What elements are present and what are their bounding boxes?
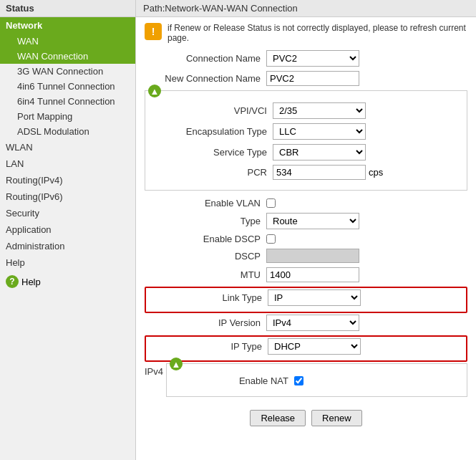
path-bar: Path:Network-WAN-WAN Connection <box>136 0 476 17</box>
ipv4-section: ▲ Enable NAT <box>166 363 467 403</box>
enable-vlan-row: Enable VLAN <box>145 198 467 209</box>
sidebar-wan[interactable]: WAN <box>0 34 135 49</box>
buttons-row: Release Renew <box>145 410 467 433</box>
sidebar-security[interactable]: Security <box>0 205 135 221</box>
dscp-field <box>266 249 359 263</box>
sidebar: Status Network WAN WAN Connection 3G WAN… <box>0 0 136 460</box>
ipv4-label: IPv4 <box>145 366 163 377</box>
encapsulation-select[interactable]: LLC <box>273 123 366 140</box>
vpi-vci-select[interactable]: 2/35 <box>273 102 366 119</box>
main-content: Path:Network-WAN-WAN Connection ! if Ren… <box>136 0 476 460</box>
pcr-unit: cps <box>369 167 383 178</box>
help-circle-icon: ? <box>6 275 19 288</box>
enable-vlan-label: Enable VLAN <box>145 198 266 209</box>
vpi-section: ▲ VPI/VCI 2/35 Encapsulation Type LLC <box>145 90 467 191</box>
connection-name-label: Connection Name <box>145 53 266 64</box>
collapse-btn-1[interactable]: ▲ <box>148 85 161 97</box>
sidebar-6in4[interactable]: 6in4 Tunnel Connection <box>0 94 135 109</box>
mtu-row: MTU <box>145 267 467 282</box>
dscp-label: DSCP <box>145 251 266 262</box>
ip-version-row: IP Version IPv4 <box>145 315 467 331</box>
sidebar-network[interactable]: Network <box>0 17 135 34</box>
warning-message: if Renew or Release Status is not correc… <box>167 23 467 43</box>
sidebar-application[interactable]: Application <box>0 221 135 238</box>
encapsulation-label: Encapsulation Type <box>151 126 273 137</box>
ip-type-label: IP Type <box>146 341 268 352</box>
warning-box: ! if Renew or Release Status is not corr… <box>145 23 467 43</box>
ipv4-collapsible: ▲ Enable NAT <box>166 363 467 397</box>
ip-type-highlight: IP Type DHCP <box>145 335 467 362</box>
link-type-select[interactable]: IP <box>268 289 361 306</box>
connection-name-select[interactable]: PVC2 <box>266 50 359 67</box>
sidebar-3g-wan[interactable]: 3G WAN Connection <box>0 64 135 79</box>
vpi-vci-label: VPI/VCI <box>151 105 273 116</box>
sidebar-administration[interactable]: Administration <box>0 238 135 254</box>
collapse-btn-ipv4[interactable]: ▲ <box>170 358 183 370</box>
type-select[interactable]: Route <box>266 213 359 229</box>
encapsulation-row: Encapsulation Type LLC <box>151 123 461 140</box>
mtu-input[interactable] <box>266 267 359 282</box>
sidebar-help-link[interactable]: ? Help <box>0 271 135 292</box>
release-button[interactable]: Release <box>250 410 306 426</box>
enable-dscp-label: Enable DSCP <box>145 234 266 244</box>
new-connection-name-row: New Connection Name <box>145 71 467 86</box>
link-type-label: Link Type <box>146 292 268 303</box>
sidebar-status[interactable]: Status <box>0 0 135 17</box>
help-text: Help <box>21 277 41 287</box>
new-connection-name-input[interactable] <box>266 71 359 86</box>
connection-name-row: Connection Name PVC2 <box>145 50 467 67</box>
mtu-label: MTU <box>145 269 266 280</box>
type-label: Type <box>145 216 266 226</box>
enable-nat-checkbox[interactable] <box>294 376 303 385</box>
link-type-highlight: Link Type IP <box>145 287 467 313</box>
type-row: Type Route <box>145 213 467 229</box>
vpi-vci-row: VPI/VCI 2/35 <box>151 102 461 119</box>
ipv4-section-inner: Enable NAT <box>173 370 461 386</box>
warning-icon: ! <box>145 23 162 40</box>
vpi-section-inner: VPI/VCI 2/35 Encapsulation Type LLC Serv… <box>151 97 461 180</box>
new-connection-name-label: New Connection Name <box>145 73 266 84</box>
sidebar-help-menu[interactable]: Help <box>0 254 135 271</box>
sidebar-adsl[interactable]: ADSL Modulation <box>0 124 135 139</box>
enable-dscp-row: Enable DSCP <box>145 234 467 244</box>
service-type-row: Service Type CBR <box>151 144 461 160</box>
service-type-label: Service Type <box>151 147 273 158</box>
enable-nat-row: Enable NAT <box>173 375 461 386</box>
service-type-select[interactable]: CBR <box>273 144 366 160</box>
sidebar-routing-ipv6[interactable]: Routing(IPv6) <box>0 188 135 205</box>
sidebar-wlan[interactable]: WLAN <box>0 139 135 155</box>
enable-vlan-checkbox[interactable] <box>266 198 276 208</box>
ip-type-select[interactable]: DHCP <box>268 338 361 355</box>
pcr-label: PCR <box>151 167 273 178</box>
ip-version-select[interactable]: IPv4 <box>266 315 359 331</box>
pcr-row: PCR cps <box>151 165 461 180</box>
pcr-input[interactable] <box>273 165 366 180</box>
content-area: ! if Renew or Release Status is not corr… <box>136 17 476 439</box>
sidebar-lan[interactable]: LAN <box>0 155 135 172</box>
ip-version-label: IP Version <box>145 317 266 328</box>
ip-type-row: IP Type DHCP <box>146 338 466 355</box>
sidebar-4in6[interactable]: 4in6 Tunnel Connection <box>0 79 135 94</box>
renew-button[interactable]: Renew <box>311 410 361 426</box>
enable-dscp-checkbox[interactable] <box>266 234 276 244</box>
sidebar-wan-connection[interactable]: WAN Connection <box>0 49 135 64</box>
sidebar-port-mapping[interactable]: Port Mapping <box>0 109 135 124</box>
link-type-row: Link Type IP <box>146 289 466 306</box>
enable-nat-label: Enable NAT <box>173 375 294 386</box>
dscp-row: DSCP <box>145 249 467 263</box>
sidebar-routing-ipv4[interactable]: Routing(IPv4) <box>0 172 135 188</box>
